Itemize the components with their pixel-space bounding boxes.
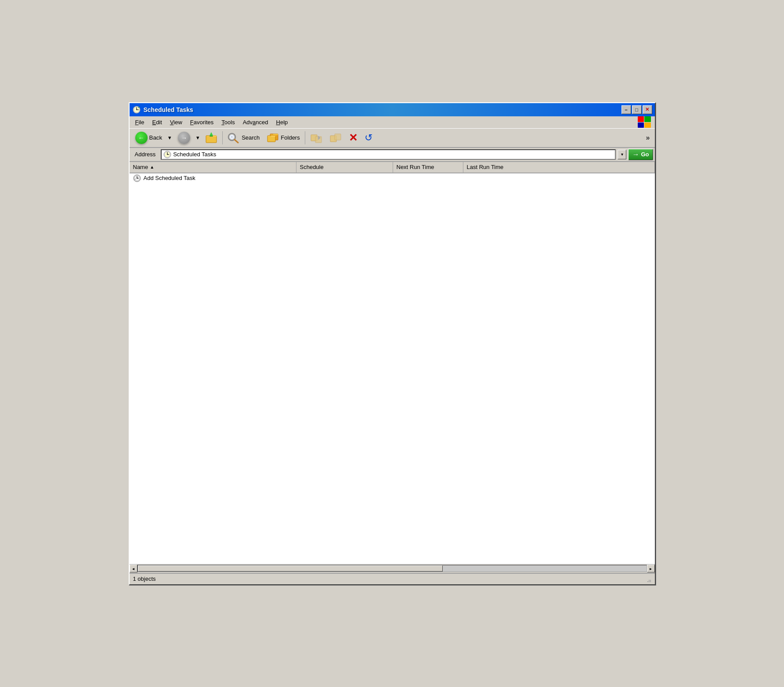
list-view: Name ▲ Schedule Next Run Time Last Run T… [130, 162, 655, 564]
address-bar-icon [163, 151, 171, 158]
scroll-right-button[interactable]: ▸ [647, 565, 655, 572]
svg-rect-33 [647, 581, 648, 582]
svg-line-10 [235, 140, 238, 143]
forward-arrow-icon: → [178, 132, 190, 144]
svg-rect-30 [650, 580, 651, 581]
menu-item-view[interactable]: View [166, 117, 186, 127]
column-next-run-label: Next Run Time [397, 164, 434, 170]
address-dropdown-button[interactable]: ▾ [618, 150, 626, 159]
minimize-button[interactable]: – [621, 105, 631, 114]
back-button-group: ← Back ▾ [131, 130, 173, 146]
search-button[interactable]: Search [224, 130, 263, 146]
menu-item-file[interactable]: File [131, 117, 148, 127]
address-bar: Address Scheduled Tasks ▾ → Go [130, 148, 655, 162]
menu-item-help[interactable]: Help [272, 117, 292, 127]
add-task-icon [133, 174, 141, 182]
svg-point-11 [231, 137, 232, 137]
menu-item-advanced[interactable]: Advanced [239, 117, 272, 127]
column-header-next-run[interactable]: Next Run Time [393, 162, 463, 173]
forward-dropdown-button[interactable]: ▾ [194, 130, 201, 146]
scheduler-icon [132, 105, 141, 114]
go-arrow-icon: → [632, 151, 639, 158]
list-header: Name ▲ Schedule Next Run Time Last Run T… [130, 162, 655, 173]
toolbar-separator-2 [305, 131, 305, 144]
svg-point-4 [136, 109, 137, 110]
svg-point-28 [137, 178, 137, 179]
folders-label: Folders [281, 134, 300, 141]
menu-item-tools[interactable]: Tools [217, 117, 238, 127]
forward-chevron-icon: ▾ [196, 134, 199, 141]
menu-bar: File Edit View Favorites Tools Advanced … [130, 116, 655, 129]
svg-rect-18 [335, 134, 341, 140]
menu-items: File Edit View Favorites Tools Advanced … [131, 117, 636, 127]
title-bar-left: Scheduled Tasks [132, 105, 193, 114]
column-header-name[interactable]: Name ▲ [130, 162, 296, 173]
column-schedule-label: Schedule [300, 164, 324, 170]
svg-point-23 [167, 154, 168, 155]
up-button[interactable] [202, 130, 220, 146]
scroll-thumb[interactable] [138, 565, 443, 572]
search-label: Search [242, 134, 260, 141]
back-chevron-icon: ▾ [168, 134, 171, 141]
list-body: Add Scheduled Task [130, 173, 655, 564]
address-input-container: Scheduled Tasks [161, 149, 616, 160]
column-header-last-run[interactable]: Last Run Time [463, 162, 655, 173]
svg-marker-7 [210, 132, 213, 136]
status-text: 1 objects [133, 575, 644, 582]
toolbar: ← Back ▾ → ▾ [130, 129, 655, 148]
back-button[interactable]: ← Back [131, 130, 166, 146]
move-to-button[interactable] [307, 130, 325, 146]
move-to-icon [310, 132, 322, 144]
toolbar-separator-1 [222, 131, 223, 144]
copy-to-button[interactable] [326, 130, 345, 146]
svg-rect-13 [267, 136, 275, 142]
address-value: Scheduled Tasks [173, 151, 613, 158]
back-arrow-icon: ← [135, 132, 148, 144]
list-item[interactable]: Add Scheduled Task [130, 173, 655, 183]
close-button[interactable]: ✕ [643, 105, 652, 114]
scroll-left-button[interactable]: ◂ [130, 565, 137, 572]
main-window: Scheduled Tasks – □ ✕ File Edit View Fav… [129, 102, 656, 585]
menu-item-edit[interactable]: Edit [148, 117, 166, 127]
search-icon [228, 132, 240, 144]
status-bar: 1 objects [130, 573, 655, 584]
undo-icon: ↺ [365, 132, 372, 144]
svg-rect-32 [649, 581, 650, 582]
sort-arrow-icon: ▲ [150, 165, 154, 169]
go-label: Go [641, 151, 649, 158]
copy-to-icon [329, 132, 342, 144]
up-folder-icon [205, 132, 217, 144]
svg-rect-5 [206, 136, 217, 143]
window-title: Scheduled Tasks [144, 106, 193, 113]
svg-rect-29 [649, 580, 650, 581]
list-item-name: Add Scheduled Task [144, 175, 195, 181]
windows-logo [636, 116, 653, 128]
undo-button[interactable]: ↺ [361, 130, 376, 146]
folders-icon [267, 132, 279, 144]
forward-button-group: → ▾ [174, 130, 201, 146]
go-button[interactable]: → Go [628, 149, 653, 160]
folders-button[interactable]: Folders [264, 130, 303, 146]
horizontal-scrollbar: ◂ ▸ [130, 564, 655, 573]
back-dropdown-button[interactable]: ▾ [166, 130, 173, 146]
address-label: Address [131, 150, 159, 158]
forward-button[interactable]: → [174, 130, 194, 146]
column-name-label: Name [133, 164, 148, 170]
maximize-button[interactable]: □ [632, 105, 642, 114]
windows-flag-icon [638, 116, 651, 128]
back-label: Back [149, 134, 163, 141]
menu-item-favorites[interactable]: Favorites [186, 117, 217, 127]
svg-rect-31 [650, 581, 651, 582]
more-button[interactable]: » [643, 133, 653, 143]
title-controls: – □ ✕ [621, 105, 652, 114]
title-bar: Scheduled Tasks – □ ✕ [130, 103, 655, 116]
delete-icon: ✕ [349, 133, 358, 143]
scroll-track[interactable] [137, 565, 647, 572]
column-last-run-label: Last Run Time [467, 164, 504, 170]
delete-button[interactable]: ✕ [346, 130, 361, 146]
column-header-schedule[interactable]: Schedule [296, 162, 393, 173]
resize-grip-icon [644, 575, 651, 583]
